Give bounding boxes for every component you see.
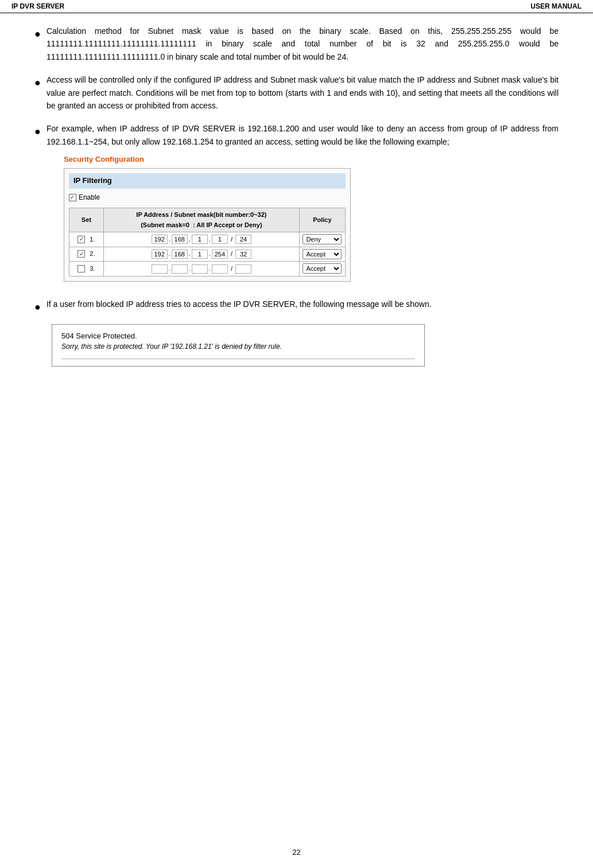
bullet-2: ● Access will be controlled only if the … <box>34 73 559 112</box>
row-2-ip3[interactable] <box>192 250 208 259</box>
row-1-checkbox[interactable] <box>77 236 85 243</box>
row-2-ip2[interactable] <box>172 250 188 259</box>
row-3-ip3[interactable] <box>192 264 208 274</box>
row-3-ip2[interactable] <box>172 264 188 274</box>
msg-divider <box>61 359 415 359</box>
row-2-num: 2. <box>90 249 95 259</box>
ip-filtering-header: IP Filtering <box>69 173 346 189</box>
row-1-ip1[interactable] <box>152 235 168 244</box>
row-2-set: 2. <box>72 249 100 259</box>
bullet-last: ● If a user from blocked IP address trie… <box>34 298 559 316</box>
header: IP DVR SERVER USER MANUAL <box>0 0 593 13</box>
filter-row-1: 1. . . <box>69 232 345 247</box>
row-3-subnet[interactable] <box>235 264 251 274</box>
bullet-text-2: Access will be controlled only if the co… <box>46 73 559 112</box>
row-1-ip2[interactable] <box>172 235 188 244</box>
bullet-dot-3: ● <box>34 123 41 287</box>
row-1-subnet[interactable] <box>235 235 251 244</box>
security-config-box: IP Filtering Enable Set IP Address / Su <box>64 168 351 282</box>
bullet-dot-last: ● <box>34 299 41 316</box>
filter-row-3: 3. . . <box>69 262 345 277</box>
msg-line2: Sorry, this site is protected. Your IP '… <box>61 342 415 351</box>
col-header-set: Set <box>69 208 103 232</box>
row-1-ip4[interactable] <box>212 235 228 244</box>
row-1-num: 1. <box>90 235 95 245</box>
filter-row-2: 2. . . <box>69 247 345 262</box>
row-1-ip: . . . / <box>107 235 296 245</box>
row-3-ip4[interactable] <box>212 264 228 274</box>
row-1-policy[interactable]: Deny Accept <box>303 234 342 244</box>
row-2-policy[interactable]: Accept Deny <box>303 249 342 259</box>
security-config-title: Security Configuration <box>64 154 559 166</box>
security-config-wrapper: Security Configuration IP Filtering Enab… <box>64 154 559 282</box>
main-content: ● Calculation method for Subnet mask val… <box>0 13 593 398</box>
enable-checkbox[interactable] <box>69 194 76 201</box>
bullet-3: ● For example, when IP address of IP DVR… <box>34 122 559 287</box>
row-2-checkbox[interactable] <box>77 250 85 258</box>
bullet-text-last: If a user from blocked IP address tries … <box>46 298 559 316</box>
header-left: IP DVR SERVER <box>11 2 64 10</box>
row-1-ip3[interactable] <box>192 235 208 244</box>
ip-filter-table: Set IP Address / Subnet mask(bit number:… <box>69 208 346 277</box>
row-2-ip4[interactable] <box>212 250 228 259</box>
bullet-text-3: For example, when IP address of IP DVR S… <box>46 122 559 287</box>
row-2-subnet[interactable] <box>235 250 251 259</box>
bullet-1: ● Calculation method for Subnet mask val… <box>34 25 559 63</box>
row-2-ip: . . . / <box>107 249 296 259</box>
row-3-set: 3. <box>72 264 100 274</box>
enable-label: Enable <box>79 192 100 203</box>
row-3-num: 3. <box>90 264 95 274</box>
row-3-ip1[interactable] <box>152 264 168 274</box>
col-header-ip: IP Address / Subnet mask(bit number:0~32… <box>103 208 299 232</box>
msg-line1: 504 Service Protected. <box>61 332 415 340</box>
header-right: USER MANUAL <box>530 2 582 10</box>
row-2-ip1[interactable] <box>152 250 168 259</box>
bullet-dot-1: ● <box>34 26 41 63</box>
enable-row: Enable <box>69 192 346 203</box>
row-3-ip: . . . / <box>107 264 296 274</box>
col-header-policy: Policy <box>299 208 345 232</box>
row-3-checkbox[interactable] <box>77 265 85 273</box>
footer-page-number: 22 <box>292 848 300 857</box>
message-box: 504 Service Protected. Sorry, this site … <box>52 324 425 367</box>
row-1-set: 1. <box>72 235 100 245</box>
row-3-policy[interactable]: Accept Deny <box>303 263 342 274</box>
bullet-dot-2: ● <box>34 75 41 112</box>
bullet-text-1: Calculation method for Subnet mask value… <box>46 25 559 63</box>
